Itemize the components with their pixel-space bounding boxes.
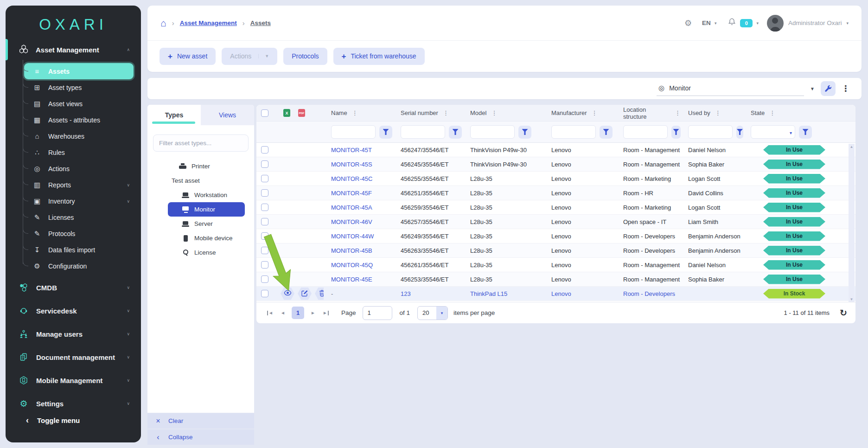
sidebar-group-cmdb[interactable]: CMDB∨ — [6, 276, 141, 299]
cell-name[interactable]: MONITOR-45S — [324, 161, 393, 168]
cell-name[interactable]: MONITOR-46V — [324, 218, 393, 225]
row-checkbox[interactable] — [261, 232, 268, 240]
avatar[interactable] — [767, 15, 784, 32]
edit-button[interactable] — [298, 288, 312, 300]
items-per-page-select[interactable]: 20 — [417, 306, 448, 320]
row-checkbox[interactable] — [261, 261, 268, 269]
excel-export-icon[interactable]: X — [283, 109, 290, 117]
actions-button[interactable]: Actions ▼ — [222, 48, 277, 65]
cell-model[interactable]: ThinkPad L15 — [463, 290, 544, 297]
tree-item-monitor[interactable]: Monitor — [168, 202, 245, 217]
sidebar-item-assets[interactable]: ≡Assets — [24, 63, 134, 79]
sidebar-item-assets-attributes[interactable]: ▦Assets - attributes — [24, 112, 134, 128]
breadcrumb-asset-management[interactable]: Asset Management — [180, 19, 237, 26]
tab-types[interactable]: Types — [147, 105, 201, 125]
sidebar-item-protocols[interactable]: ✎Protocols — [24, 225, 134, 242]
sidebar-item-asset-types[interactable]: ⊞Asset types — [24, 79, 134, 96]
filter-funnel-button[interactable] — [449, 126, 462, 139]
row-checkbox[interactable] — [261, 275, 268, 283]
column-menu-icon[interactable] — [715, 109, 721, 116]
row-checkbox[interactable] — [261, 290, 268, 297]
cell-name[interactable]: MONITOR-44W — [324, 233, 393, 240]
tab-views[interactable]: Views — [201, 105, 254, 125]
sidebar-item-rules[interactable]: ∴Rules — [24, 144, 134, 160]
asset-type-filter-input[interactable] — [153, 134, 249, 152]
select-all-checkbox[interactable] — [261, 109, 268, 117]
cell-name[interactable]: MONITOR-45C — [324, 175, 393, 182]
column-menu-icon[interactable] — [443, 109, 449, 116]
sidebar-group-manage-users[interactable]: Manage users∨ — [6, 322, 141, 346]
page-number-input[interactable] — [363, 306, 392, 320]
filter-funnel-button[interactable] — [671, 126, 681, 139]
pager-last-button[interactable]: ► — [319, 307, 331, 319]
toggle-menu-button[interactable]: ‹ Toggle menu — [6, 411, 141, 429]
table-row[interactable]: MONITOR-45A456259/35546/ETL28u-35LenovoR… — [256, 200, 855, 215]
column-menu-icon[interactable] — [491, 109, 497, 116]
table-row[interactable]: MONITOR-45F456251/35546/ETL28u-35LenovoR… — [256, 186, 855, 200]
language-selector[interactable]: EN ▾ — [702, 19, 716, 26]
row-checkbox[interactable] — [261, 189, 268, 197]
filter-input-name[interactable] — [331, 125, 376, 139]
filter-input-used-by[interactable] — [688, 125, 733, 139]
table-row[interactable]: MONITOR-45E456253/35546/ETL28u-35LenovoR… — [256, 272, 855, 287]
delete-button[interactable] — [315, 288, 324, 300]
sidebar-group-asset-management[interactable]: Asset Management ∧ — [6, 40, 141, 59]
home-icon[interactable]: ⌂ — [160, 18, 166, 29]
sidebar-item-warehouses[interactable]: ⌂Warehouses — [24, 128, 134, 144]
sidebar-group-mobile-management[interactable]: Mobile Management∨ — [6, 369, 141, 392]
refresh-icon[interactable] — [840, 307, 847, 318]
filter-funnel-button[interactable] — [518, 126, 531, 139]
kebab-menu-icon[interactable]: ⋮ — [842, 83, 850, 94]
chevron-down-icon[interactable]: ▾ — [846, 21, 849, 26]
column-menu-icon[interactable] — [592, 109, 598, 116]
sidebar-item-asset-views[interactable]: ▤Asset views — [24, 96, 134, 112]
row-checkbox[interactable] — [261, 247, 268, 254]
filter-input-state[interactable] — [751, 125, 795, 139]
table-row[interactable]: -123ThinkPad L15LenovoRoom - DevelopersI… — [256, 287, 855, 301]
tree-item-test-asset[interactable]: Test asset — [147, 173, 254, 188]
chevron-down-icon[interactable]: ▼ — [810, 86, 815, 91]
breadcrumb-assets[interactable]: Assets — [250, 19, 271, 26]
cell-name[interactable]: MONITOR-45F — [324, 190, 393, 197]
table-row[interactable]: MONITOR-46V456257/35546/ETL28u-35LenovoO… — [256, 215, 855, 229]
tree-item-server[interactable]: Server — [147, 217, 254, 231]
view-button[interactable] — [281, 288, 294, 300]
table-row[interactable]: MONITOR-45C456255/35546/ETL28u-35LenovoR… — [256, 172, 855, 186]
scroll-up-icon[interactable]: ▲ — [849, 144, 855, 150]
sidebar-item-licenses[interactable]: ✎Licenses — [24, 209, 134, 225]
sidebar-item-inventory[interactable]: ▣Inventory∨ — [24, 193, 134, 209]
asset-type-select[interactable]: Monitor — [657, 82, 804, 96]
table-row[interactable]: MONITOR-45S456245/35546/ETThinkVision P4… — [256, 157, 855, 172]
table-row[interactable]: MONITOR-45B456263/35546/ETL28u-35LenovoR… — [256, 243, 855, 258]
cell-location[interactable]: Room - Developers — [616, 290, 681, 297]
tree-item-workstation[interactable]: Workstation — [147, 188, 254, 202]
sidebar-item-data-files-import[interactable]: ↧Data files import — [24, 242, 134, 258]
filter-input-serial-number[interactable] — [401, 125, 445, 139]
row-checkbox[interactable] — [261, 160, 268, 168]
pager-next-button[interactable]: ► — [307, 307, 319, 319]
ticket-from-warehouse-button[interactable]: + Ticket from warehouse — [333, 48, 425, 65]
column-menu-icon[interactable] — [352, 109, 358, 116]
row-checkbox[interactable] — [261, 146, 268, 154]
cell-serial[interactable]: 123 — [393, 290, 463, 297]
sidebar-item-actions[interactable]: ◎Actions — [24, 160, 134, 177]
sidebar-group-document-management[interactable]: Document management∨ — [6, 346, 141, 369]
filter-funnel-button[interactable] — [736, 126, 743, 139]
filter-funnel-button[interactable] — [379, 126, 392, 139]
row-checkbox[interactable] — [261, 175, 268, 182]
sidebar-item-reports[interactable]: ▥Reports∨ — [24, 177, 134, 193]
gear-icon[interactable]: ⚙ — [684, 18, 692, 28]
column-menu-icon[interactable] — [675, 109, 681, 116]
collapse-button[interactable]: ‹ Collapse — [147, 429, 254, 445]
new-asset-button[interactable]: + New asset — [160, 48, 216, 65]
settings-wrench-button[interactable] — [821, 81, 836, 96]
pager-previous-button[interactable]: ◄ — [277, 307, 289, 319]
tree-item-license[interactable]: License — [147, 245, 254, 260]
table-row[interactable]: MONITOR-45T456247/35546/ETThinkVision P4… — [256, 143, 855, 157]
sidebar-group-servicedesk[interactable]: Servicedesk∨ — [6, 299, 141, 322]
filter-input-model[interactable] — [470, 125, 515, 139]
vertical-scrollbar[interactable]: ▲ ▼ — [849, 144, 855, 302]
filter-input-manufacturer[interactable] — [551, 125, 596, 139]
filter-input-location-structure[interactable] — [623, 125, 668, 139]
protocols-button[interactable]: Protocols — [283, 48, 327, 65]
